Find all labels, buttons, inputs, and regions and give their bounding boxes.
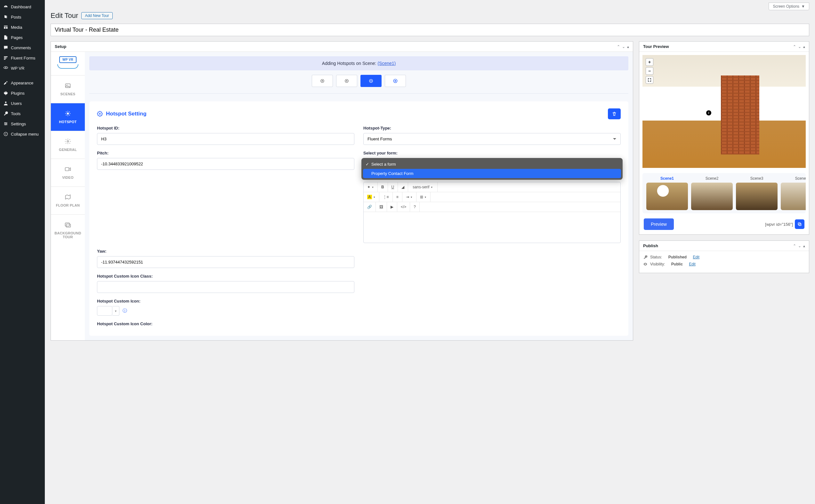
panel-toggle-icon[interactable]: ▴ (803, 244, 805, 248)
editor-textarea[interactable] (364, 212, 621, 243)
tour-title-input[interactable] (51, 24, 809, 36)
sidebar-label: Fluent Forms (11, 56, 36, 60)
sidebar-label: Media (11, 25, 22, 30)
sidebar-label: Dashboard (11, 4, 31, 9)
screen-options-toggle[interactable]: Screen Options▼ (769, 3, 809, 10)
icon-class-label: Hotspot Custom Icon Class: (97, 274, 354, 279)
sidebar-item-posts[interactable]: Posts (0, 12, 45, 22)
preview-button[interactable]: Preview (644, 218, 674, 230)
editor-link-icon[interactable]: 🔗 (364, 202, 376, 212)
sidebar-item-dashboard[interactable]: Dashboard (0, 2, 45, 12)
panel-up-icon[interactable]: ⌃ (617, 44, 620, 49)
hotspot-type-select[interactable]: Fluent Forms (363, 133, 621, 145)
form-select-label: Select your form: (363, 151, 621, 155)
svg-rect-0 (4, 56, 7, 57)
sidebar-item-settings[interactable]: Settings (0, 119, 45, 129)
copy-shortcode-button[interactable] (795, 219, 804, 229)
scene-thumb-4[interactable]: Scene4 (781, 176, 806, 210)
hotspot-btn-add[interactable] (385, 75, 406, 87)
fullscreen-button[interactable] (646, 76, 653, 84)
editor-bold-icon[interactable]: B (378, 182, 388, 192)
panel-down-icon[interactable]: ⌄ (622, 44, 625, 49)
pitch-input[interactable] (97, 158, 354, 170)
sidebar-item-wpvr[interactable]: WP VR (0, 63, 45, 73)
sidebar-item-tools[interactable]: Tools (0, 108, 45, 119)
tab-hotspot[interactable]: HOTSPOT (51, 103, 85, 131)
sidebar-item-plugins[interactable]: Plugins (0, 88, 45, 98)
editor-image-icon[interactable]: 🖼 (376, 202, 387, 212)
hotspot-id-input[interactable] (97, 133, 354, 145)
tab-background-tour[interactable]: BACKGROUND TOUR (51, 215, 85, 246)
sidebar-item-pages[interactable]: Pages (0, 32, 45, 43)
svg-point-24 (370, 80, 372, 82)
sidebar-item-users[interactable]: Users (0, 98, 45, 108)
svg-point-20 (322, 81, 323, 82)
delete-hotspot-button[interactable] (608, 108, 621, 119)
icon-class-input[interactable] (97, 281, 354, 293)
panel-toggle-icon[interactable]: ▴ (627, 44, 629, 49)
panel-down-icon[interactable]: ⌄ (798, 44, 801, 49)
editor-ul-icon[interactable]: ⋮≡ (379, 192, 393, 202)
editor-textcolor-icon[interactable]: A▼ (364, 192, 379, 202)
editor-table-icon[interactable]: ⊞▼ (416, 192, 431, 202)
editor-eraser-icon[interactable]: ◢ (398, 182, 408, 192)
tab-scenes[interactable]: SCENES (51, 75, 85, 103)
editor-ol-icon[interactable]: ≡ (393, 192, 402, 202)
panel-up-icon[interactable]: ⌃ (793, 44, 796, 49)
add-new-tour-button[interactable]: Add New Tour (81, 12, 112, 19)
panel-controls: ⌃ ⌄ ▴ (617, 44, 629, 49)
key-icon (643, 255, 648, 259)
panel-toggle-icon[interactable]: ▴ (803, 44, 805, 49)
hotspot-btn-3[interactable] (360, 75, 382, 87)
hotspot-marker-icon[interactable]: i (706, 110, 711, 115)
icon-swatch[interactable] (97, 306, 112, 316)
zoom-in-button[interactable]: + (646, 58, 653, 66)
svg-rect-2 (4, 59, 5, 59)
hotspot-btn-1[interactable] (312, 75, 333, 87)
sidebar-item-collapse[interactable]: Collapse menu (0, 129, 45, 139)
editor-indent-icon[interactable]: ⇥▼ (402, 192, 416, 202)
sidebar-label: WP VR (11, 66, 24, 71)
help-icon[interactable]: ⓘ (123, 308, 127, 314)
scene-thumb-1[interactable]: Scene1 (646, 176, 688, 210)
yaw-input[interactable] (97, 256, 354, 268)
panel-up-icon[interactable]: ⌃ (793, 244, 796, 248)
scene-link[interactable]: (Scene1) (377, 61, 396, 66)
tab-video[interactable]: VIDEO (51, 159, 85, 187)
custom-icon-label: Hotspot Custom Icon: (97, 299, 354, 303)
sidebar-label: Pages (11, 35, 23, 40)
panorama-preview[interactable]: + − i (643, 55, 806, 168)
scene-thumb-3[interactable]: Scene3 (736, 176, 778, 210)
editor-wand-icon[interactable]: ✦▼ (364, 182, 378, 192)
zoom-out-button[interactable]: − (646, 67, 653, 75)
form-option-placeholder[interactable]: Select a form (363, 160, 621, 169)
svg-point-15 (67, 141, 69, 142)
sidebar-item-fluentforms[interactable]: Fluent Forms (0, 53, 45, 63)
svg-rect-18 (66, 224, 70, 227)
sidebar-item-appearance[interactable]: Appearance (0, 78, 45, 88)
panel-down-icon[interactable]: ⌄ (798, 244, 801, 248)
hotspot-selector (89, 75, 629, 87)
editor-underline-icon[interactable]: U (388, 182, 398, 192)
editor-help-icon[interactable]: ? (410, 202, 420, 212)
tour-preview-title: Tour Preview (643, 44, 669, 49)
scene-thumb-2[interactable]: Scene2 (691, 176, 733, 210)
sidebar-item-comments[interactable]: Comments (0, 43, 45, 53)
edit-visibility-link[interactable]: Edit (689, 262, 696, 266)
form-option-contact[interactable]: Property Contact Form (363, 169, 621, 178)
editor-font-select[interactable]: sans-serif ▼ (408, 182, 438, 192)
editor-code-icon[interactable]: </> (397, 202, 410, 212)
sidebar-item-media[interactable]: Media (0, 22, 45, 32)
edit-status-link[interactable]: Edit (693, 255, 700, 259)
publish-status-row: Status: Published Edit (643, 255, 805, 259)
tab-floorplan[interactable]: FLOOR PLAN (51, 187, 85, 215)
tab-general[interactable]: GENERAL (51, 131, 85, 159)
hotspot-type-label: Hotspot-Type: (363, 126, 621, 130)
editor-video-icon[interactable]: ▶ (387, 202, 397, 212)
setup-panel: Setup ⌃ ⌄ ▴ WP VR SC (51, 41, 633, 341)
svg-point-14 (67, 113, 69, 115)
hotspot-btn-2[interactable] (336, 75, 357, 87)
setup-tabstrip: WP VR SCENES HOTSPOT GENERAL VIDEO FLOOR… (51, 52, 85, 340)
wpvr-logo: WP VR (51, 52, 85, 75)
icon-picker-chevron[interactable]: ▾ (112, 306, 119, 316)
